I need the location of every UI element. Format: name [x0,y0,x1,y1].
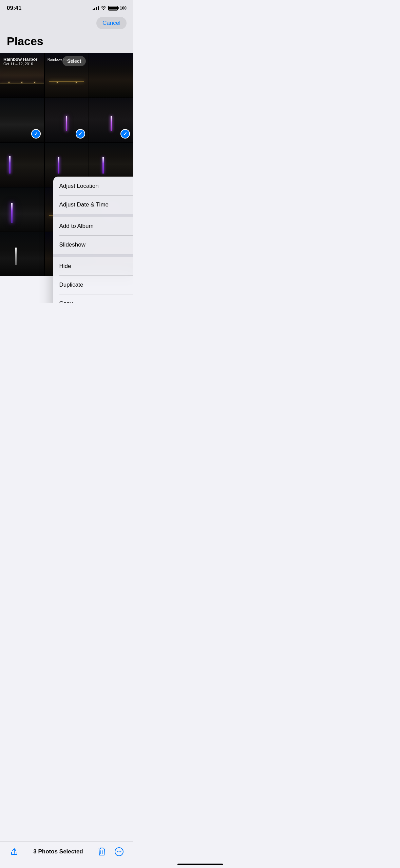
menu-label-duplicate: Duplicate [59,282,83,288]
location-date: Oct 11 – 12, 2016 [3,62,37,66]
menu-label-adjust-location: Adjust Location [59,183,99,189]
select-button-overlay[interactable]: Select [62,56,86,66]
photo-cell-4[interactable] [0,98,44,142]
menu-item-adjust-location[interactable]: Adjust Location [53,177,134,195]
page-title: Places [7,35,127,48]
photo-cell-2[interactable]: Rainbow Harbor Select [45,53,89,97]
page-title-section: Places [0,33,133,53]
menu-divider-1 [53,214,134,217]
navigation-header: Cancel [0,14,133,33]
menu-divider-2 [53,254,134,257]
menu-item-hide[interactable]: Hide [53,257,134,275]
photo-cell-7[interactable] [0,143,44,187]
battery-icon: 100 [108,6,127,11]
menu-label-adjust-datetime: Adjust Date & Time [59,201,109,208]
menu-item-copy[interactable]: Copy [53,294,134,303]
check-badge-3 [120,129,130,139]
check-badge-2 [76,129,85,139]
photo-cell-5[interactable] [45,98,89,142]
context-menu: Adjust Location Adjust Date & Time ! [53,177,134,303]
wifi-icon [101,5,106,11]
cancel-button[interactable]: Cancel [96,17,127,29]
menu-item-duplicate[interactable]: Duplicate [53,275,134,294]
menu-label-slideshow: Slideshow [59,241,86,248]
battery-label: 100 [120,6,127,11]
photo-cell-3[interactable] [89,53,133,97]
menu-item-slideshow[interactable]: Slideshow [53,235,134,254]
status-icons: 100 [93,5,127,11]
location-title: Rainbow Harbor [3,57,37,62]
menu-label-copy: Copy [59,300,73,304]
menu-item-add-to-album[interactable]: Add to Album [53,217,134,235]
photo-cell-10[interactable] [0,187,44,232]
menu-label-add-to-album: Add to Album [59,223,94,230]
check-badge-1 [31,129,41,139]
status-bar: 09:41 100 [0,0,133,14]
menu-item-adjust-datetime[interactable]: Adjust Date & Time ! [53,195,134,214]
photo-location-label: Rainbow Harbor Oct 11 – 12, 2016 [3,57,37,66]
select-button[interactable]: Select [62,56,86,66]
photo-cell-6[interactable] [89,98,133,142]
photo-cell-1[interactable]: Rainbow Harbor Oct 11 – 12, 2016 [0,53,44,97]
signal-icon [93,6,99,10]
photo-cell-13[interactable] [0,232,44,276]
status-time: 09:41 [7,5,21,12]
menu-label-hide: Hide [59,263,71,270]
